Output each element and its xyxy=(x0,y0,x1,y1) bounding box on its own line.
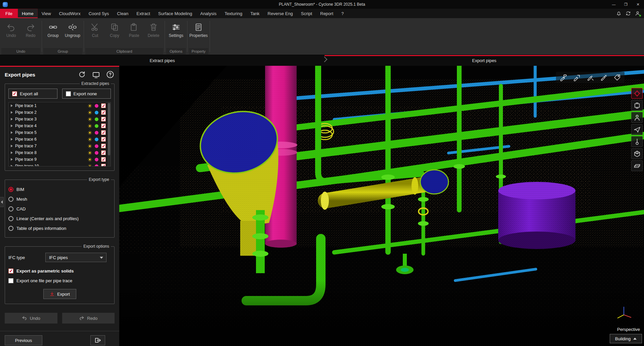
bell-icon[interactable] xyxy=(616,10,622,16)
view-preset-button[interactable]: Building xyxy=(610,334,642,343)
pipe-trace-row[interactable]: Pipe trace 8 xyxy=(9,149,111,156)
visibility-sun-icon[interactable] xyxy=(88,164,92,167)
radio-mesh[interactable]: Mesh xyxy=(8,194,111,204)
menu-item-extract[interactable]: Extract xyxy=(132,9,154,18)
menu-item-cloudworx[interactable]: CloudWorx xyxy=(55,9,85,18)
radio-button[interactable] xyxy=(8,197,13,202)
expand-arrow-icon[interactable] xyxy=(11,158,13,161)
paste-button[interactable]: Paste xyxy=(124,21,144,40)
cut-button[interactable]: Cut xyxy=(85,21,105,40)
pipe-color-swatch[interactable] xyxy=(94,104,99,108)
pipe-trace-row[interactable]: Pipe trace 10 xyxy=(9,163,111,166)
visibility-sun-icon[interactable] xyxy=(88,104,92,108)
radio-button[interactable] xyxy=(8,226,13,231)
help-icon[interactable] xyxy=(106,70,115,79)
pipe-trace-list[interactable]: Pipe trace 1 Pipe trace 2 Pi xyxy=(8,102,111,166)
expand-arrow-icon[interactable] xyxy=(11,111,13,114)
orbit-icon[interactable] xyxy=(631,88,643,99)
pipe-edit-icon[interactable] xyxy=(585,73,596,82)
checkbox[interactable] xyxy=(8,278,13,283)
menu-item-analysis[interactable]: Analysis xyxy=(196,9,220,18)
expand-arrow-icon[interactable] xyxy=(11,118,13,120)
pipe-label-icon[interactable] xyxy=(571,73,583,82)
pipe-export-checkbox[interactable] xyxy=(101,130,106,135)
radio-button[interactable] xyxy=(8,216,13,221)
export-button[interactable]: Export xyxy=(43,289,76,299)
pipe-color-swatch[interactable] xyxy=(94,131,99,135)
maximize-button[interactable]: ❐ xyxy=(620,0,632,9)
tag-icon[interactable] xyxy=(611,73,623,82)
visibility-sun-icon[interactable] xyxy=(88,151,92,155)
pipe-trace-row[interactable]: Pipe trace 3 xyxy=(9,116,111,122)
expand-arrow-icon[interactable] xyxy=(11,165,13,166)
menu-item-texturing[interactable]: Texturing xyxy=(220,9,246,18)
settings-button[interactable]: Settings xyxy=(166,21,186,40)
first-person-icon[interactable] xyxy=(631,112,643,123)
one-file-per-trace-option[interactable]: Export one file per pipe trace xyxy=(8,276,111,286)
radio-button[interactable] xyxy=(8,187,13,192)
pipe-color-swatch[interactable] xyxy=(94,157,99,162)
list-scrollbar[interactable] xyxy=(108,102,111,166)
workflow-step-extract-pipes[interactable]: Extract pipes xyxy=(0,55,325,66)
menu-item-home[interactable]: Home xyxy=(18,9,38,18)
menu-item-script[interactable]: Script xyxy=(297,9,316,18)
viewport-3d[interactable]: Perspective Building xyxy=(119,66,644,346)
exit-workflow-button[interactable] xyxy=(90,335,105,345)
pipe-export-checkbox[interactable] xyxy=(101,164,106,166)
pipe-trace-row[interactable]: Pipe trace 4 xyxy=(9,122,111,129)
redo-button[interactable]: Redo xyxy=(21,21,40,40)
pipe-trace-row[interactable]: Pipe trace 6 xyxy=(9,136,111,143)
title-bar[interactable]: PLANT_Showroom* - Cyclone 3DR 2025.1 Bet… xyxy=(0,0,644,9)
pipe-trace-row[interactable]: Pipe trace 5 xyxy=(9,129,111,136)
minimize-button[interactable]: — xyxy=(608,0,620,9)
expand-arrow-icon[interactable] xyxy=(11,104,13,107)
pipe-export-checkbox[interactable] xyxy=(101,150,106,155)
visibility-sun-icon[interactable] xyxy=(88,144,92,148)
pipe-export-checkbox[interactable] xyxy=(101,110,106,115)
visibility-sun-icon[interactable] xyxy=(88,117,92,121)
previous-button[interactable]: Previous xyxy=(5,335,42,345)
section-plane-icon[interactable] xyxy=(631,160,643,171)
visibility-sun-icon[interactable] xyxy=(88,131,92,135)
checkbox[interactable] xyxy=(12,91,17,96)
extract-pipe-icon[interactable] xyxy=(558,73,569,82)
pipe-color-swatch[interactable] xyxy=(94,151,99,155)
radio-cad[interactable]: CAD xyxy=(8,204,111,214)
panel-collapse-handle[interactable] xyxy=(0,197,4,207)
panel-undo-button[interactable]: Undo xyxy=(5,313,57,324)
expand-arrow-icon[interactable] xyxy=(11,151,13,154)
pipe-export-checkbox[interactable] xyxy=(101,137,106,142)
pipe-color-swatch[interactable] xyxy=(94,144,99,148)
expand-arrow-icon[interactable] xyxy=(11,145,13,147)
copy-button[interactable]: Copy xyxy=(105,21,124,40)
checkbox[interactable] xyxy=(8,268,13,274)
checkbox[interactable] xyxy=(66,91,71,96)
visibility-sun-icon[interactable] xyxy=(88,137,92,142)
menu-item-help[interactable]: ? xyxy=(337,9,348,18)
pipe-color-swatch[interactable] xyxy=(94,164,99,167)
menu-item-report[interactable]: Report xyxy=(316,9,337,18)
pipe-export-checkbox[interactable] xyxy=(101,157,106,162)
pipe-color-swatch[interactable] xyxy=(94,117,99,121)
delete-button[interactable]: Delete xyxy=(144,21,163,40)
export-all-checkbox[interactable]: Export all xyxy=(8,89,57,99)
undo-button[interactable]: Undo xyxy=(1,21,21,40)
user-icon[interactable] xyxy=(635,10,641,16)
pipe-trace-row[interactable]: Pipe trace 2 xyxy=(9,109,111,116)
visibility-sun-icon[interactable] xyxy=(88,124,92,128)
pipe-export-checkbox[interactable] xyxy=(101,117,106,121)
menu-item-clean[interactable]: Clean xyxy=(113,9,132,18)
pipe-export-checkbox[interactable] xyxy=(101,103,106,108)
menu-item-reverse-eng[interactable]: Reverse Eng xyxy=(264,9,297,18)
pipe-color-swatch[interactable] xyxy=(94,124,99,128)
parametric-solids-option[interactable]: Export as parametric solids xyxy=(8,266,111,276)
menu-item-file[interactable]: File xyxy=(0,9,18,18)
ifc-type-dropdown[interactable]: IFC pipes xyxy=(45,253,106,262)
sync-icon[interactable] xyxy=(625,10,631,16)
probe-icon[interactable] xyxy=(631,136,643,147)
history-icon[interactable] xyxy=(78,70,86,79)
capture-view-icon[interactable] xyxy=(92,70,100,79)
expand-arrow-icon[interactable] xyxy=(11,125,13,127)
pipe-color-swatch[interactable] xyxy=(94,137,99,142)
expand-arrow-icon[interactable] xyxy=(11,131,13,134)
